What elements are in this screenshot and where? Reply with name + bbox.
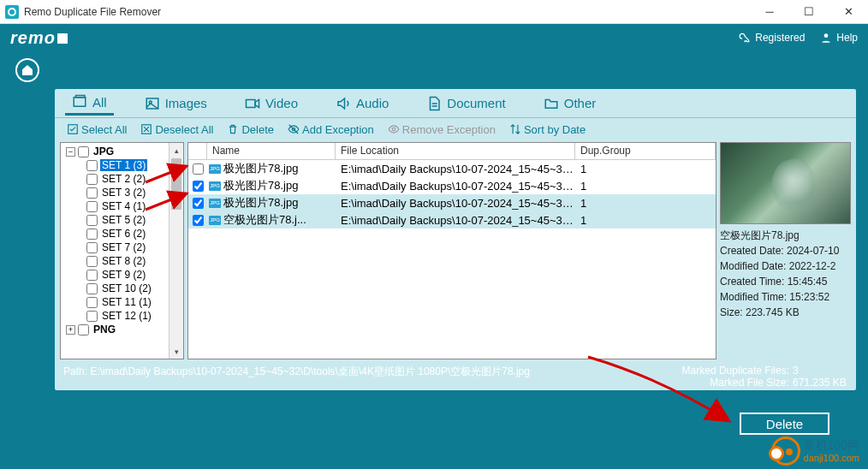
video-icon — [245, 96, 260, 111]
preview-size: Size: 223.745 KB — [720, 305, 851, 320]
file-location: E:\imad\Daily Backups\10-07-2024_15~45~3… — [336, 163, 575, 175]
tab-audio[interactable]: Audio — [329, 92, 395, 115]
jpg-icon: JPG — [209, 164, 221, 174]
tree-checkbox[interactable] — [86, 311, 98, 322]
preview-metadata: 空极光图片78.jpg Created Date: 2024-07-10 Mod… — [720, 224, 851, 320]
tree-item[interactable]: SET 1 (3) — [62, 158, 183, 172]
file-name: 极光图片78.jpg — [223, 161, 298, 176]
tree-checkbox[interactable] — [86, 297, 98, 308]
tree-item[interactable]: SET 5 (2) — [62, 213, 183, 227]
file-group: 1 — [575, 214, 716, 227]
add-exception-button[interactable]: Add Exception — [282, 122, 379, 138]
delete-button[interactable]: Delete — [740, 413, 829, 435]
file-list-header: Name File Location Dup.Group — [188, 143, 716, 160]
col-group[interactable]: Dup.Group — [575, 143, 716, 159]
tree-checkbox[interactable] — [86, 256, 98, 267]
col-name[interactable]: Name — [207, 143, 336, 159]
file-group: 1 — [575, 197, 716, 210]
delete-toolbar-button[interactable]: Delete — [222, 122, 279, 138]
deselect-all-button[interactable]: Deselect All — [135, 122, 218, 138]
jpg-icon: JPG — [209, 181, 221, 191]
tree-root-png[interactable]: +PNG — [62, 323, 183, 336]
registered-button[interactable]: Registered — [739, 32, 805, 44]
tab-images[interactable]: Images — [138, 92, 214, 115]
remove-exception-button: Remove Exception — [383, 122, 501, 138]
select-all-button[interactable]: Select All — [62, 122, 132, 138]
all-icon — [72, 94, 87, 110]
tab-video[interactable]: Video — [238, 92, 305, 115]
uncheck-icon — [140, 123, 152, 135]
tree-scrollbar[interactable]: ▴ ▾ — [169, 143, 183, 359]
sets-tree[interactable]: −JPGSET 1 (3)SET 2 (2)SET 3 (2)SET 4 (1)… — [60, 142, 184, 359]
tree-item[interactable]: SET 12 (1) — [62, 309, 183, 323]
key-icon — [739, 32, 751, 44]
eye-off-icon — [288, 123, 300, 135]
file-name: 极光图片78.jpg — [223, 195, 298, 211]
scroll-up-button[interactable]: ▴ — [169, 143, 183, 157]
jpg-icon: JPG — [209, 216, 221, 225]
tab-all[interactable]: All — [65, 91, 114, 116]
scroll-down-button[interactable]: ▾ — [169, 344, 183, 359]
content-row: −JPGSET 1 (3)SET 2 (2)SET 3 (2)SET 4 (1)… — [55, 140, 856, 361]
category-tabs: All Images Video Audio Document Other — [55, 89, 856, 118]
file-row[interactable]: JPG极光图片78.jpgE:\imad\Daily Backups\10-07… — [188, 177, 716, 194]
tree-item[interactable]: SET 2 (2) — [62, 172, 183, 186]
tree-checkbox[interactable] — [86, 229, 98, 240]
audio-icon — [336, 96, 351, 111]
file-checkbox[interactable] — [193, 163, 204, 175]
collapse-icon[interactable]: − — [66, 147, 75, 157]
file-location: E:\imad\Daily Backups\10-07-2024_15~45~3… — [336, 197, 575, 210]
col-location[interactable]: File Location — [336, 143, 575, 159]
watermark-text: 单机100网 danji100.com — [804, 439, 859, 462]
tree-checkbox[interactable] — [86, 215, 98, 226]
folder-icon — [544, 96, 559, 111]
stats-display: Marked Duplicate Files:3 Marked File Siz… — [682, 365, 847, 389]
tree-checkbox[interactable] — [78, 324, 89, 335]
tree-checkbox[interactable] — [86, 283, 98, 294]
watermark-logo — [771, 436, 800, 466]
file-row[interactable]: JPG空极光图片78.j...E:\imad\Daily Backups\10-… — [188, 211, 716, 229]
close-button[interactable]: ✕ — [829, 0, 868, 24]
tree-checkbox[interactable] — [86, 201, 98, 212]
preview-filename: 空极光图片78.jpg — [720, 228, 851, 243]
sort-by-date-button[interactable]: Sort by Date — [504, 122, 591, 138]
tree-item[interactable]: SET 10 (2) — [62, 282, 183, 295]
window-title: Remo Duplicate File Remover — [24, 6, 750, 18]
tab-document[interactable]: Document — [419, 92, 512, 115]
file-checkbox[interactable] — [193, 215, 204, 226]
file-row[interactable]: JPG极光图片78.jpgE:\imad\Daily Backups\10-07… — [188, 194, 716, 211]
maximize-button[interactable]: ☐ — [789, 0, 829, 24]
tree-checkbox[interactable] — [78, 146, 89, 157]
tree-item[interactable]: SET 3 (2) — [62, 186, 183, 199]
minimize-button[interactable]: ─ — [750, 0, 789, 24]
svg-point-9 — [392, 128, 395, 131]
tree-item[interactable]: SET 4 (1) — [62, 199, 183, 213]
file-checkbox[interactable] — [193, 198, 204, 209]
file-checkbox[interactable] — [193, 181, 204, 192]
tree-item[interactable]: SET 6 (2) — [62, 227, 183, 240]
expand-icon[interactable]: + — [66, 325, 75, 335]
tab-other[interactable]: Other — [537, 92, 603, 115]
tree-root-jpg[interactable]: −JPG — [62, 145, 183, 158]
tree-checkbox[interactable] — [86, 160, 98, 171]
tree-checkbox[interactable] — [86, 270, 98, 281]
tree-item[interactable]: SET 8 (2) — [62, 254, 183, 268]
app-icon — [5, 5, 19, 19]
help-button[interactable]: Help — [820, 32, 858, 44]
checkbox-icon — [67, 123, 79, 135]
preview-created-time: Created Time: 15:45:45 — [720, 274, 851, 289]
app-header: remo Registered Help — [0, 24, 868, 51]
titlebar: Remo Duplicate File Remover ─ ☐ ✕ — [0, 0, 868, 24]
tree-item[interactable]: SET 9 (2) — [62, 268, 183, 282]
tree-checkbox[interactable] — [86, 242, 98, 253]
tree-checkbox[interactable] — [86, 187, 98, 199]
file-row[interactable]: JPG极光图片78.jpgE:\imad\Daily Backups\10-07… — [188, 160, 716, 177]
home-button[interactable] — [15, 58, 39, 82]
tree-checkbox[interactable] — [86, 174, 98, 185]
scroll-thumb[interactable] — [171, 158, 181, 210]
tree-item[interactable]: SET 11 (1) — [62, 295, 183, 309]
file-group: 1 — [575, 180, 716, 193]
preview-modified-time: Modified Time: 15:23:52 — [720, 289, 851, 305]
svg-rect-5 — [246, 99, 255, 107]
tree-item[interactable]: SET 7 (2) — [62, 240, 183, 254]
